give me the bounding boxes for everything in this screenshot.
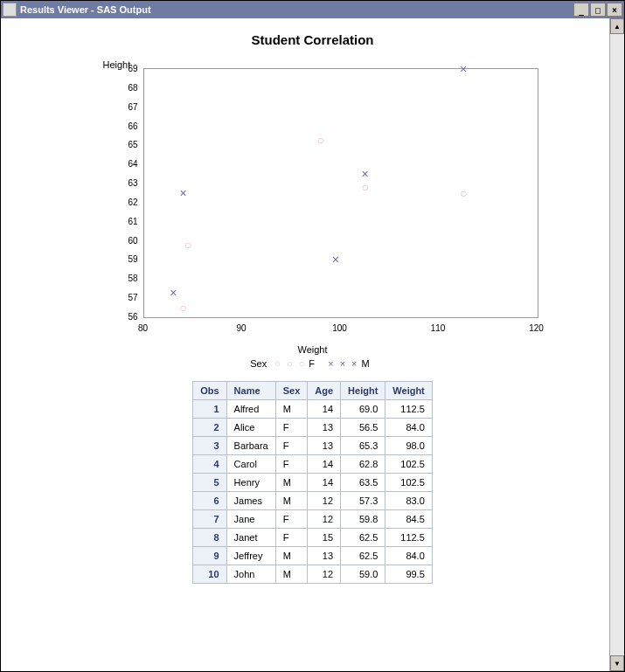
legend-marker-f: ○ ○ ○ bbox=[274, 358, 306, 369]
y-tick: 64 bbox=[121, 159, 138, 169]
app-icon bbox=[3, 3, 17, 17]
col-height: Height bbox=[341, 382, 385, 400]
data-point-f: ○ bbox=[460, 186, 467, 200]
col-obs: Obs bbox=[193, 382, 226, 400]
table-row: 6JamesM1257.383.0 bbox=[193, 492, 433, 510]
y-tick: 62 bbox=[121, 197, 138, 206]
legend-label-f: F bbox=[309, 358, 315, 369]
y-tick: 57 bbox=[121, 293, 138, 302]
legend-label-m: M bbox=[362, 358, 370, 369]
table-row: 8JanetF1562.5112.5 bbox=[193, 529, 433, 547]
y-tick: 65 bbox=[121, 140, 138, 149]
col-name: Name bbox=[226, 382, 275, 400]
table-row: 3BarbaraF1365.398.0 bbox=[193, 437, 433, 455]
col-sex: Sex bbox=[275, 382, 308, 400]
x-tick: 120 bbox=[529, 323, 544, 333]
x-tick: 80 bbox=[138, 323, 148, 333]
x-axis-label: Weight bbox=[68, 344, 558, 355]
results-viewer-window: Results Viewer - SAS Output _ □ × Studen… bbox=[0, 0, 625, 672]
y-tick: 58 bbox=[121, 274, 138, 283]
legend-marker-m: × × × bbox=[328, 358, 358, 369]
y-tick: 63 bbox=[121, 178, 138, 188]
table-row: 1AlfredM1469.0112.5 bbox=[193, 400, 433, 419]
table-row: 2AliceF1356.584.0 bbox=[193, 419, 433, 437]
y-tick: 69 bbox=[121, 64, 138, 73]
data-point-f: ○ bbox=[361, 180, 368, 194]
minimize-button[interactable]: _ bbox=[573, 3, 589, 17]
data-point-f: ○ bbox=[184, 238, 191, 252]
table-row: 4CarolF1462.8102.5 bbox=[193, 455, 433, 474]
data-point-m: × bbox=[460, 62, 467, 76]
data-point-m: × bbox=[332, 253, 339, 267]
x-tick: 100 bbox=[332, 323, 347, 333]
data-point-m: × bbox=[362, 167, 369, 181]
data-table: ObsNameSexAgeHeightWeight1AlfredM1469.01… bbox=[192, 381, 433, 584]
window-controls: _ □ × bbox=[573, 3, 622, 17]
scroll-down-button[interactable]: ▼ bbox=[610, 655, 624, 671]
vertical-scrollbar[interactable]: ▲ ▼ bbox=[609, 18, 624, 671]
y-tick: 66 bbox=[121, 121, 138, 130]
col-age: Age bbox=[308, 382, 341, 400]
data-point-m: × bbox=[170, 286, 177, 300]
y-tick: 61 bbox=[121, 216, 138, 225]
scroll-up-button[interactable]: ▲ bbox=[610, 18, 624, 34]
scatter-chart: Student Correlation Height ○○○○○××××× 56… bbox=[68, 32, 558, 369]
maximize-button[interactable]: □ bbox=[590, 3, 606, 17]
chart-title: Student Correlation bbox=[68, 32, 558, 47]
titlebar[interactable]: Results Viewer - SAS Output _ □ × bbox=[1, 1, 624, 18]
plot-area: ○○○○○××××× bbox=[143, 68, 538, 318]
table-row: 10JohnM1259.099.5 bbox=[193, 565, 433, 584]
x-tick: 90 bbox=[236, 323, 246, 333]
col-weight: Weight bbox=[385, 382, 432, 400]
table-row: 9JeffreyM1362.584.0 bbox=[193, 547, 433, 565]
content-area: Student Correlation Height ○○○○○××××× 56… bbox=[1, 18, 624, 671]
x-tick: 110 bbox=[431, 323, 446, 333]
table-row: 5HenryM1463.5102.5 bbox=[193, 474, 433, 492]
data-point-f: ○ bbox=[179, 301, 186, 315]
legend-title: Sex bbox=[250, 358, 267, 369]
y-tick: 60 bbox=[121, 235, 138, 245]
window-title: Results Viewer - SAS Output bbox=[20, 4, 151, 15]
y-tick: 56 bbox=[121, 312, 138, 322]
y-tick: 59 bbox=[121, 254, 138, 264]
close-button[interactable]: × bbox=[607, 3, 622, 17]
table-row: 7JaneF1259.884.5 bbox=[193, 510, 433, 529]
data-point-m: × bbox=[179, 186, 186, 200]
y-tick: 67 bbox=[121, 101, 138, 111]
chart-box: Height ○○○○○××××× 5657585960616263646566… bbox=[68, 52, 558, 341]
data-point-f: ○ bbox=[317, 133, 324, 147]
y-tick: 68 bbox=[121, 82, 138, 92]
legend: Sex ○ ○ ○ F × × × M bbox=[68, 358, 558, 369]
